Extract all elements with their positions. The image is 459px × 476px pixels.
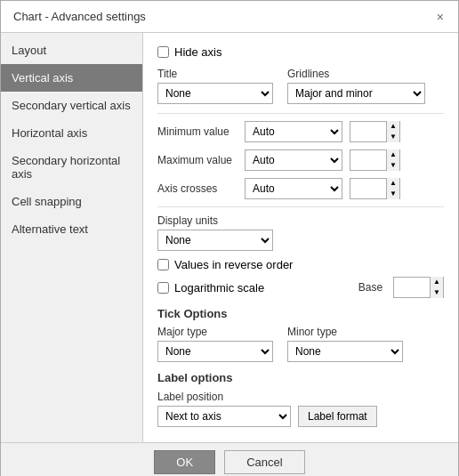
min-spinner-up[interactable]: ▲ [387, 121, 399, 132]
axis-crosses-select[interactable]: Auto [245, 178, 342, 199]
logarithmic-row: Logarithmic scale Base 10 ▲ ▼ [157, 277, 444, 298]
max-auto-select[interactable]: Auto [245, 149, 342, 171]
axis-crosses-spinner-group: 0 ▲ ▼ [350, 178, 400, 199]
axis-crosses-spinner-up[interactable]: ▲ [387, 178, 399, 189]
display-units-select[interactable]: None [157, 230, 273, 251]
axis-crosses-spinner-input[interactable]: 0 [350, 179, 386, 198]
max-value-label: Maximum value [157, 154, 238, 166]
max-spinner-up[interactable]: ▲ [387, 149, 399, 160]
base-spinner-buttons: ▲ ▼ [430, 277, 443, 298]
sidebar-item-horizontal-axis[interactable]: Horizontal axis [1, 119, 142, 147]
tick-options-label: Tick Options [157, 307, 444, 320]
label-format-btn-wrapper: Label format [298, 406, 377, 427]
minor-type-group: Minor type None [287, 326, 403, 362]
main-panel: Hide axis Title None Gridlines Major and… [143, 33, 458, 442]
min-spinner-down[interactable]: ▼ [387, 132, 399, 142]
title-gridlines-row: Title None Gridlines Major and minor [157, 68, 444, 104]
min-auto-select[interactable]: Auto [245, 121, 342, 142]
label-position-group: Label position Next to axis [157, 391, 291, 427]
base-spinner-input[interactable]: 10 [394, 278, 430, 297]
ok-button[interactable]: OK [154, 450, 215, 474]
sidebar-item-cell-snapping[interactable]: Cell snapping [1, 188, 142, 215]
axis-crosses-spinner-buttons: ▲ ▼ [386, 178, 399, 199]
display-units-label: Display units [157, 214, 444, 227]
max-spinner-buttons: ▲ ▼ [386, 149, 399, 171]
major-type-select[interactable]: None [157, 341, 273, 362]
base-spinner-up[interactable]: ▲ [431, 277, 443, 287]
axis-crosses-spinner-down[interactable]: ▼ [387, 189, 399, 199]
gridlines-group: Gridlines Major and minor [287, 68, 425, 104]
label-position-select[interactable]: Next to axis [157, 406, 291, 427]
dialog-header: Chart - Advanced settings × [1, 1, 458, 33]
min-value-row: Minimum value Auto 0 ▲ ▼ [157, 121, 444, 142]
tick-options-row: Major type None Minor type None [157, 326, 444, 362]
axis-crosses-row: Axis crosses Auto 0 ▲ ▼ [157, 178, 444, 199]
title-group: Title None [157, 68, 273, 104]
base-spinner-group: 10 ▲ ▼ [393, 277, 444, 298]
min-spinner-input[interactable]: 0 [350, 122, 386, 141]
axis-crosses-label: Axis crosses [157, 182, 238, 195]
base-label: Base [358, 281, 382, 294]
major-type-group: Major type None [157, 326, 273, 362]
values-reverse-row: Values in reverse order [157, 258, 444, 271]
sidebar-item-alternative-text[interactable]: Alternative text [1, 215, 142, 243]
values-reverse-checkbox[interactable] [157, 259, 169, 270]
dialog-title: Chart - Advanced settings [13, 10, 146, 23]
gridlines-select[interactable]: Major and minor [287, 83, 425, 104]
max-spinner-down[interactable]: ▼ [387, 160, 399, 171]
title-select[interactable]: None [157, 83, 273, 104]
label-options-label: Label options [157, 371, 444, 384]
title-label: Title [157, 68, 273, 80]
display-units-group: Display units None [157, 214, 444, 251]
hide-axis-label: Hide axis [174, 45, 221, 59]
minor-type-label: Minor type [287, 326, 403, 338]
label-position-label: Label position [157, 391, 291, 403]
values-reverse-label: Values in reverse order [174, 258, 293, 271]
cancel-button[interactable]: Cancel [224, 450, 304, 474]
major-type-label: Major type [157, 326, 273, 338]
min-spinner-group: 0 ▲ ▼ [350, 121, 400, 142]
dialog: Chart - Advanced settings × Layout Verti… [0, 0, 459, 476]
hide-axis-checkbox[interactable] [157, 46, 169, 58]
sidebar-item-secondary-vertical-axis[interactable]: Secondary vertical axis [1, 92, 142, 119]
dialog-body: Layout Vertical axis Secondary vertical … [1, 33, 458, 442]
gridlines-label: Gridlines [287, 68, 425, 80]
sidebar-item-layout[interactable]: Layout [1, 36, 142, 64]
logarithmic-group: Logarithmic scale [157, 281, 351, 294]
max-value-row: Maximum value Auto 35 ▲ ▼ [157, 149, 444, 171]
min-value-label: Minimum value [157, 125, 238, 138]
sidebar: Layout Vertical axis Secondary vertical … [1, 33, 143, 442]
minor-type-select[interactable]: None [287, 341, 403, 362]
min-spinner-buttons: ▲ ▼ [386, 121, 399, 142]
base-spinner-down[interactable]: ▼ [431, 287, 443, 298]
logarithmic-checkbox[interactable] [157, 282, 169, 294]
dialog-footer: OK Cancel [1, 442, 458, 476]
max-spinner-group: 35 ▲ ▼ [350, 149, 400, 171]
label-format-button[interactable]: Label format [298, 406, 377, 427]
label-options-row: Label position Next to axis Label format [157, 390, 444, 427]
sidebar-item-secondary-horizontal-axis[interactable]: Secondary horizontal axis [1, 147, 142, 188]
close-button[interactable]: × [435, 11, 446, 23]
logarithmic-label: Logarithmic scale [174, 281, 264, 294]
sidebar-item-vertical-axis[interactable]: Vertical axis [1, 64, 142, 92]
max-spinner-input[interactable]: 35 [350, 150, 386, 170]
hide-axis-row: Hide axis [157, 45, 444, 59]
